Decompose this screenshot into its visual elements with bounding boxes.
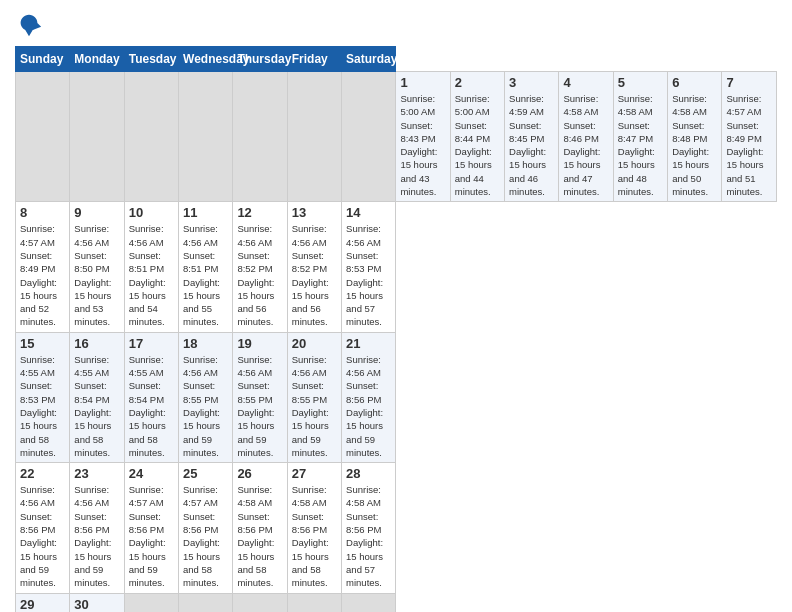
calendar-cell: 2 Sunrise: 5:00 AM Sunset: 8:44 PM Dayli… <box>450 72 504 202</box>
day-number: 10 <box>129 205 174 220</box>
day-sunrise: Sunrise: 4:56 AM <box>183 223 218 247</box>
day-daylight: Daylight: 15 hours and 53 minutes. <box>74 277 111 328</box>
day-number: 15 <box>20 336 65 351</box>
day-sunset: Sunset: 8:45 PM <box>509 120 544 144</box>
day-daylight: Daylight: 15 hours and 58 minutes. <box>292 537 329 588</box>
calendar-cell: 12 Sunrise: 4:56 AM Sunset: 8:52 PM Dayl… <box>233 202 287 332</box>
day-daylight: Daylight: 15 hours and 52 minutes. <box>20 277 57 328</box>
day-number: 8 <box>20 205 65 220</box>
day-daylight: Daylight: 15 hours and 57 minutes. <box>346 537 383 588</box>
calendar-cell: 6 Sunrise: 4:58 AM Sunset: 8:48 PM Dayli… <box>668 72 722 202</box>
day-sunrise: Sunrise: 4:55 AM <box>74 354 109 378</box>
day-sunrise: Sunrise: 4:56 AM <box>292 354 327 378</box>
day-number: 4 <box>563 75 608 90</box>
day-number: 13 <box>292 205 337 220</box>
calendar-cell <box>179 593 233 612</box>
calendar-header-saturday: Saturday <box>342 47 396 72</box>
calendar-cell: 25 Sunrise: 4:57 AM Sunset: 8:56 PM Dayl… <box>179 463 233 593</box>
day-number: 19 <box>237 336 282 351</box>
day-number: 29 <box>20 597 65 612</box>
calendar-cell: 8 Sunrise: 4:57 AM Sunset: 8:49 PM Dayli… <box>16 202 70 332</box>
day-daylight: Daylight: 15 hours and 58 minutes. <box>74 407 111 458</box>
day-sunrise: Sunrise: 4:56 AM <box>237 223 272 247</box>
calendar-cell: 3 Sunrise: 4:59 AM Sunset: 8:45 PM Dayli… <box>505 72 559 202</box>
calendar-table: SundayMondayTuesdayWednesdayThursdayFrid… <box>15 46 777 612</box>
calendar-week-row: 29 Sunrise: 4:59 AM Sunset: 8:56 PM Dayl… <box>16 593 777 612</box>
day-sunset: Sunset: 8:56 PM <box>74 511 109 535</box>
calendar-cell <box>179 72 233 202</box>
day-sunrise: Sunrise: 4:56 AM <box>74 484 109 508</box>
day-daylight: Daylight: 15 hours and 59 minutes. <box>292 407 329 458</box>
calendar-cell <box>342 593 396 612</box>
calendar-cell: 15 Sunrise: 4:55 AM Sunset: 8:53 PM Dayl… <box>16 332 70 462</box>
day-sunrise: Sunrise: 4:57 AM <box>20 223 55 247</box>
calendar-header-row: SundayMondayTuesdayWednesdayThursdayFrid… <box>16 47 777 72</box>
day-sunset: Sunset: 8:43 PM <box>400 120 435 144</box>
calendar-cell: 23 Sunrise: 4:56 AM Sunset: 8:56 PM Dayl… <box>70 463 124 593</box>
day-daylight: Daylight: 15 hours and 46 minutes. <box>509 146 546 197</box>
calendar-cell: 11 Sunrise: 4:56 AM Sunset: 8:51 PM Dayl… <box>179 202 233 332</box>
calendar-cell <box>124 593 178 612</box>
day-sunset: Sunset: 8:56 PM <box>292 511 327 535</box>
day-number: 5 <box>618 75 663 90</box>
calendar-cell: 28 Sunrise: 4:58 AM Sunset: 8:56 PM Dayl… <box>342 463 396 593</box>
day-sunset: Sunset: 8:56 PM <box>237 511 272 535</box>
day-sunset: Sunset: 8:52 PM <box>292 250 327 274</box>
day-sunset: Sunset: 8:56 PM <box>183 511 218 535</box>
day-number: 1 <box>400 75 445 90</box>
day-sunset: Sunset: 8:56 PM <box>346 511 381 535</box>
calendar-week-row: 15 Sunrise: 4:55 AM Sunset: 8:53 PM Dayl… <box>16 332 777 462</box>
day-sunset: Sunset: 8:49 PM <box>20 250 55 274</box>
calendar-cell: 4 Sunrise: 4:58 AM Sunset: 8:46 PM Dayli… <box>559 72 613 202</box>
calendar-cell <box>16 72 70 202</box>
day-daylight: Daylight: 15 hours and 56 minutes. <box>292 277 329 328</box>
day-sunset: Sunset: 8:51 PM <box>129 250 164 274</box>
calendar-cell: 9 Sunrise: 4:56 AM Sunset: 8:50 PM Dayli… <box>70 202 124 332</box>
day-sunrise: Sunrise: 4:57 AM <box>183 484 218 508</box>
day-daylight: Daylight: 15 hours and 59 minutes. <box>183 407 220 458</box>
day-sunrise: Sunrise: 4:57 AM <box>726 93 761 117</box>
day-number: 18 <box>183 336 228 351</box>
day-sunrise: Sunrise: 4:56 AM <box>74 223 109 247</box>
day-sunset: Sunset: 8:48 PM <box>672 120 707 144</box>
day-sunset: Sunset: 8:49 PM <box>726 120 761 144</box>
day-sunrise: Sunrise: 4:59 AM <box>509 93 544 117</box>
page: SundayMondayTuesdayWednesdayThursdayFrid… <box>0 0 792 612</box>
calendar-cell: 30 Sunrise: 4:59 AM Sunset: 8:56 PM Dayl… <box>70 593 124 612</box>
calendar-cell <box>233 72 287 202</box>
day-sunset: Sunset: 8:44 PM <box>455 120 490 144</box>
day-number: 24 <box>129 466 174 481</box>
calendar-cell <box>287 72 341 202</box>
day-sunset: Sunset: 8:53 PM <box>20 380 55 404</box>
calendar-cell: 27 Sunrise: 4:58 AM Sunset: 8:56 PM Dayl… <box>287 463 341 593</box>
day-daylight: Daylight: 15 hours and 59 minutes. <box>237 407 274 458</box>
day-sunset: Sunset: 8:53 PM <box>346 250 381 274</box>
day-sunset: Sunset: 8:56 PM <box>129 511 164 535</box>
calendar-cell: 29 Sunrise: 4:59 AM Sunset: 8:56 PM Dayl… <box>16 593 70 612</box>
calendar-week-row: 8 Sunrise: 4:57 AM Sunset: 8:49 PM Dayli… <box>16 202 777 332</box>
calendar-cell: 18 Sunrise: 4:56 AM Sunset: 8:55 PM Dayl… <box>179 332 233 462</box>
calendar-cell: 16 Sunrise: 4:55 AM Sunset: 8:54 PM Dayl… <box>70 332 124 462</box>
day-daylight: Daylight: 15 hours and 55 minutes. <box>183 277 220 328</box>
calendar-cell: 7 Sunrise: 4:57 AM Sunset: 8:49 PM Dayli… <box>722 72 777 202</box>
calendar-cell: 17 Sunrise: 4:55 AM Sunset: 8:54 PM Dayl… <box>124 332 178 462</box>
day-sunrise: Sunrise: 4:58 AM <box>563 93 598 117</box>
day-sunrise: Sunrise: 4:56 AM <box>346 354 381 378</box>
day-number: 28 <box>346 466 391 481</box>
day-daylight: Daylight: 15 hours and 59 minutes. <box>346 407 383 458</box>
day-sunrise: Sunrise: 4:56 AM <box>237 354 272 378</box>
calendar-header-tuesday: Tuesday <box>124 47 178 72</box>
day-sunset: Sunset: 8:56 PM <box>346 380 381 404</box>
day-number: 2 <box>455 75 500 90</box>
day-number: 30 <box>74 597 119 612</box>
day-sunrise: Sunrise: 4:58 AM <box>237 484 272 508</box>
day-sunrise: Sunrise: 4:56 AM <box>346 223 381 247</box>
day-sunrise: Sunrise: 4:58 AM <box>672 93 707 117</box>
calendar-cell <box>287 593 341 612</box>
day-sunrise: Sunrise: 4:57 AM <box>129 484 164 508</box>
day-sunrise: Sunrise: 5:00 AM <box>455 93 490 117</box>
day-daylight: Daylight: 15 hours and 59 minutes. <box>20 537 57 588</box>
day-daylight: Daylight: 15 hours and 58 minutes. <box>20 407 57 458</box>
calendar-cell <box>342 72 396 202</box>
day-sunset: Sunset: 8:47 PM <box>618 120 653 144</box>
